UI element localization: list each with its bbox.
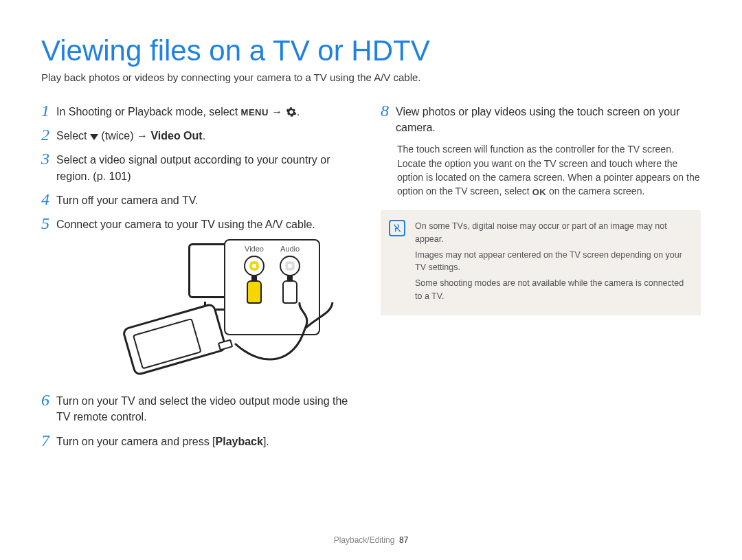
step-text: Select a video signal output according t… bbox=[56, 150, 361, 183]
step-2: 2 Select (twice) → Video Out. bbox=[41, 126, 361, 144]
step-text: Select (twice) → Video Out. bbox=[56, 126, 205, 144]
note-line-1: On some TVs, digital noise may occur or … bbox=[415, 220, 690, 246]
video-label: Video bbox=[245, 245, 264, 253]
page-footer: Playback/Editing 87 bbox=[0, 535, 742, 545]
gear-icon bbox=[286, 106, 297, 117]
right-column: 8 View photos or play videos using the t… bbox=[381, 102, 701, 456]
audio-label: Audio bbox=[280, 245, 300, 253]
step2-part-a: Select bbox=[56, 130, 90, 142]
content-columns: 1 In Shooting or Playback mode, select M… bbox=[41, 102, 701, 456]
step1-end: . bbox=[297, 106, 300, 117]
av-panel-illustration: Video Audio bbox=[224, 239, 320, 335]
step-text: Turn on your camera and press [Playback]… bbox=[56, 432, 269, 449]
note-line-2: Images may not appear centered on the TV… bbox=[415, 249, 690, 275]
step-6: 6 Turn on your TV and select the video o… bbox=[41, 392, 361, 425]
page-subtitle: Play back photos or videos by connecting… bbox=[41, 71, 701, 83]
step7-b: ]. bbox=[263, 436, 269, 447]
step-number: 2 bbox=[41, 126, 56, 144]
audio-jack-icon bbox=[280, 256, 300, 276]
menu-icon: MENU bbox=[241, 107, 269, 117]
video-plug-icon bbox=[247, 280, 262, 304]
step8-detail: The touch screen will function as the co… bbox=[397, 142, 701, 199]
step7-a: Turn on your camera and press [ bbox=[56, 436, 216, 447]
note-icon bbox=[389, 220, 405, 236]
ok-icon: OK bbox=[532, 186, 547, 199]
step-text: Turn off your camera and TV. bbox=[56, 191, 198, 208]
page-number: 87 bbox=[399, 535, 408, 545]
step-number: 7 bbox=[41, 432, 56, 449]
video-jack-icon bbox=[244, 256, 265, 276]
step-number: 5 bbox=[41, 215, 56, 232]
step-8: 8 View photos or play videos using the t… bbox=[381, 102, 701, 135]
step-text: In Shooting or Playback mode, select MEN… bbox=[56, 102, 300, 120]
step-number: 6 bbox=[41, 392, 56, 409]
step-number: 8 bbox=[381, 102, 396, 120]
step-number: 1 bbox=[41, 102, 56, 120]
audio-jack-column: Audio bbox=[273, 245, 306, 304]
left-column: 1 In Shooting or Playback mode, select M… bbox=[41, 102, 361, 456]
step-5: 5 Connect your camera to your TV using t… bbox=[41, 215, 361, 232]
footer-section: Playback/Editing bbox=[334, 535, 395, 545]
step-4: 4 Turn off your camera and TV. bbox=[41, 191, 361, 208]
step2-end: . bbox=[203, 130, 205, 142]
step-3: 3 Select a video signal output according… bbox=[41, 150, 361, 183]
video-jack-column: Video bbox=[238, 245, 271, 304]
step-7: 7 Turn on your camera and press [Playbac… bbox=[41, 432, 361, 449]
step7-bold: Playback bbox=[216, 436, 263, 447]
step-1: 1 In Shooting or Playback mode, select M… bbox=[41, 102, 361, 120]
note-line-3: Some shooting modes are not available wh… bbox=[415, 277, 690, 303]
step-text: Connect your camera to your TV using the… bbox=[56, 215, 315, 232]
step-text: View photos or play videos using the tou… bbox=[396, 102, 701, 135]
note-box: On some TVs, digital noise may occur or … bbox=[381, 210, 701, 315]
step2-bold: Video Out bbox=[150, 130, 202, 142]
step8-detail-b: on the camera screen. bbox=[546, 186, 644, 197]
audio-plug-icon bbox=[282, 280, 297, 304]
step-number: 4 bbox=[41, 191, 56, 208]
page-title: Viewing files on a TV or HDTV bbox=[41, 34, 701, 67]
camera-illustration bbox=[122, 302, 227, 377]
step-text: Turn on your TV and select the video out… bbox=[56, 392, 361, 425]
av-diagram: Video Audio bbox=[58, 239, 361, 383]
arrow-icon: → bbox=[269, 106, 286, 117]
step1-part-a: In Shooting or Playback mode, select bbox=[56, 106, 241, 117]
step2-twice: (twice) → bbox=[98, 130, 150, 142]
step-number: 3 bbox=[41, 150, 56, 168]
chevron-down-icon bbox=[90, 134, 98, 140]
